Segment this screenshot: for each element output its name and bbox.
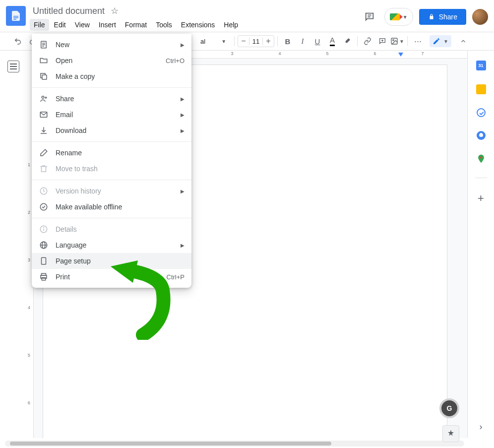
grammarly-badge[interactable]: G (439, 398, 459, 418)
file-menu-dropdown: New ▶ Open Ctrl+O Make a copy Share ▶ Em… (32, 34, 191, 288)
undo-button[interactable] (11, 34, 25, 48)
decrease-font-button[interactable]: − (238, 37, 249, 46)
menu-make-copy[interactable]: Make a copy (32, 68, 191, 84)
image-button[interactable]: ▼ (390, 34, 404, 48)
comments-icon[interactable] (361, 8, 378, 26)
horizontal-scrollbar[interactable] (5, 441, 464, 447)
italic-button[interactable]: I (296, 34, 309, 48)
menu-format[interactable]: Format (121, 19, 151, 31)
menu-shortcut: Ctrl+O (166, 57, 185, 64)
ruler-tick: 5 (28, 353, 30, 358)
menu-details: Details (32, 221, 191, 237)
menu-label: Move to trash (56, 165, 185, 173)
menu-open[interactable]: Open Ctrl+O (32, 53, 191, 68)
menu-extensions[interactable]: Extensions (177, 19, 219, 31)
menu-label: Make a copy (56, 72, 185, 80)
meet-icon (390, 13, 400, 20)
menu-tools[interactable]: Tools (152, 19, 176, 31)
rename-icon (39, 148, 49, 158)
submenu-arrow-icon: ▶ (181, 128, 185, 133)
submenu-arrow-icon: ▶ (181, 189, 185, 194)
explore-button[interactable] (442, 425, 459, 442)
menu-email[interactable]: Email ▶ (32, 107, 191, 123)
collapse-toolbar-button[interactable] (456, 34, 470, 48)
ruler-tick: 4 (28, 305, 30, 310)
hide-side-panel-button[interactable]: › (480, 422, 483, 432)
outline-toggle[interactable] (7, 61, 19, 72)
editing-mode-button[interactable]: ▼ (430, 35, 451, 47)
menu-label: New (56, 41, 177, 49)
calendar-icon[interactable] (476, 61, 486, 70)
menu-share[interactable]: Share ▶ (32, 91, 191, 107)
star-icon[interactable]: ☆ (111, 5, 119, 16)
document-title[interactable]: Untitled document (30, 5, 108, 17)
font-size-control: − 11 + (238, 35, 274, 47)
print-icon (39, 272, 49, 282)
menu-file[interactable]: File (30, 19, 49, 31)
svg-rect-28 (42, 257, 46, 264)
menu-label: Version history (56, 187, 177, 195)
user-avatar[interactable] (472, 9, 488, 25)
increase-font-button[interactable]: + (263, 37, 274, 46)
right-indent-marker[interactable] (398, 53, 403, 57)
menu-label: Rename (56, 149, 185, 157)
menu-label: Make available offline (56, 203, 185, 211)
link-button[interactable] (361, 34, 374, 48)
share-button[interactable]: Share (419, 9, 466, 25)
docs-logo[interactable] (6, 6, 26, 26)
tasks-icon[interactable] (477, 108, 486, 117)
maps-icon[interactable] (476, 154, 486, 164)
menu-version-history: Version history ▶ (32, 183, 191, 199)
offline-icon (39, 202, 49, 212)
keep-icon[interactable] (476, 84, 486, 94)
highlight-button[interactable] (340, 34, 354, 48)
menu-new[interactable]: New ▶ (32, 37, 191, 53)
caret-down-icon: ▼ (403, 14, 408, 20)
menu-help[interactable]: Help (220, 19, 242, 31)
menu-view[interactable]: View (71, 19, 94, 31)
underline-button[interactable]: U (310, 34, 324, 48)
page-icon (39, 256, 49, 266)
bold-button[interactable]: B (281, 34, 295, 48)
svg-point-21 (40, 203, 47, 210)
side-panel: + › (467, 51, 494, 438)
comment-button[interactable] (375, 34, 389, 48)
contacts-icon[interactable] (477, 131, 486, 140)
copy-icon (39, 71, 49, 81)
menu-rename[interactable]: Rename (32, 145, 191, 161)
svg-rect-0 (13, 16, 18, 17)
ruler-tick: 2 (28, 210, 30, 215)
submenu-arrow-icon: ▶ (181, 96, 185, 102)
svg-point-24 (44, 228, 44, 228)
menu-label: Print (56, 273, 167, 281)
meet-button[interactable]: ▼ (384, 8, 413, 26)
menu-language[interactable]: Language ▶ (32, 237, 191, 253)
menu-download[interactable]: Download ▶ (32, 123, 191, 138)
font-size-value[interactable]: 11 (249, 38, 263, 45)
add-addon-button[interactable]: + (478, 192, 484, 205)
menu-label: Open (56, 57, 166, 64)
folder-icon (39, 56, 49, 65)
menu-trash: Move to trash (32, 161, 191, 177)
caret-down-icon[interactable]: ▼ (221, 39, 226, 44)
menu-label: Download (56, 127, 177, 134)
menu-print[interactable]: Print Ctrl+P (32, 269, 191, 285)
document-icon (39, 40, 49, 50)
text-color-button[interactable]: A (325, 34, 339, 48)
menu-edit[interactable]: Edit (50, 19, 70, 31)
svg-point-9 (480, 156, 482, 158)
ruler-tick: 1 (28, 162, 30, 167)
share-label: Share (439, 13, 457, 21)
menu-offline[interactable]: Make available offline (32, 199, 191, 215)
menu-shortcut: Ctrl+P (167, 273, 185, 281)
more-button[interactable]: ⋯ (411, 34, 425, 48)
svg-rect-2 (13, 19, 16, 20)
menu-bar: File Edit View Insert Format Tools Exten… (30, 19, 361, 31)
menu-insert[interactable]: Insert (95, 19, 120, 31)
history-icon (39, 186, 49, 196)
email-icon (39, 110, 49, 120)
submenu-arrow-icon: ▶ (181, 243, 185, 248)
caret-down-icon: ▼ (443, 39, 448, 44)
menu-page-setup[interactable]: Page setup (32, 253, 191, 269)
style-dropdown-text[interactable]: al (200, 38, 205, 45)
